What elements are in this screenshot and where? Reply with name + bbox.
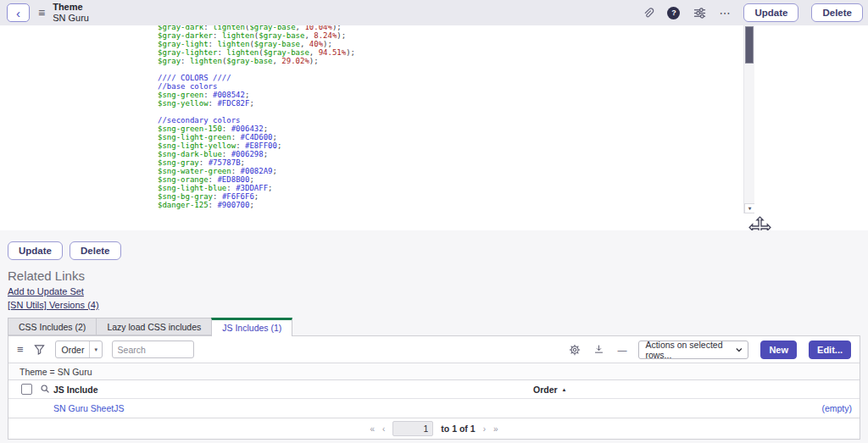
code-editor[interactable]: $gray-dark: lighten($gray-base, 10.04%);… [155,25,754,213]
servicenow-theme-page: ‹ ≡ Theme SN Guru ? ⋯ Update Del [0,0,868,443]
versions-link[interactable]: [SN Utils] Versions (4) [8,300,99,310]
scroll-down-button[interactable]: ▼ [744,203,754,213]
gear-icon[interactable] [568,343,581,356]
filter-funnel-icon[interactable] [33,343,46,356]
breadcrumb[interactable]: Theme = SN Guru [19,367,92,377]
order-header-label: Order [533,385,558,395]
delete-button-bottom[interactable]: Delete [70,241,121,260]
last-page-icon[interactable]: » [493,424,498,434]
delete-button[interactable]: Delete [811,3,863,22]
column-header-js-include[interactable]: JS Include [53,385,533,395]
personalize-sliders-icon[interactable] [693,6,706,19]
js-include-header-label: JS Include [53,385,98,395]
page-number-input[interactable] [392,421,433,436]
select-all-checkbox[interactable] [21,384,32,395]
table-header-row: JS Include Order ▲ [8,379,860,398]
list-pagination: « ‹ to 1 of 1 › » [8,418,860,439]
select-column-header [8,384,53,396]
pagination-label: to 1 of 1 [441,424,475,434]
add-to-update-set-link[interactable]: Add to Update Set [8,286,84,296]
page-title: Theme [53,2,89,13]
tab-lazy-load-css-includes[interactable]: Lazy load CSS includes [96,318,211,335]
editor-scrollbar[interactable]: ▼ [743,25,754,213]
code-lines: $gray-dark: lighten($gray-base, 10.04%);… [158,25,743,209]
list-menu-icon[interactable]: ≡ [17,343,24,356]
tab-css-includes[interactable]: CSS Includes (2) [8,318,96,335]
form-action-buttons: Update Delete [8,241,860,260]
record-name: SN Guru [53,13,89,24]
collapse-minus-icon[interactable]: — [617,345,626,355]
attachment-paperclip-icon[interactable] [641,6,654,19]
search-field-value: Order [62,345,85,355]
table-row: SN Guru SheetJS (empty) [8,398,860,418]
actions-select-value: Actions on selected rows... [645,340,735,360]
scrollbar-thumb[interactable] [745,26,754,64]
row-order-cell: (empty) [533,403,860,413]
more-options-icon[interactable]: ⋯ [719,7,731,19]
order-empty-value[interactable]: (empty) [821,403,852,413]
record-title-block: Theme SN Guru [53,2,89,23]
scroll-down-icon: ▼ [748,204,752,213]
row-js-include-cell: SN Guru SheetJS [53,403,533,413]
next-page-icon[interactable]: › [483,424,486,434]
help-icon[interactable]: ? [667,7,680,19]
chevron-down-icon: ▾ [89,341,97,357]
related-links-heading: Related Links [8,269,860,283]
context-menu-icon[interactable]: ≡ [38,6,45,19]
form-header: ‹ ≡ Theme SN Guru ? ⋯ Update Del [0,0,868,25]
first-page-icon[interactable]: « [370,424,375,434]
form-header-actions: ? ⋯ Update Delete [641,3,863,22]
tab-js-includes[interactable]: JS Includes (1) [211,318,292,336]
list-toolbar: ≡ Order ▾ [8,336,860,363]
related-list-tabs: CSS Includes (2) Lazy load CSS includes … [8,318,860,335]
new-button[interactable]: New [760,341,797,359]
js-include-record-link[interactable]: SN Guru SheetJS [53,403,124,413]
export-download-icon[interactable] [593,343,605,356]
form-lower-section: Update Delete Related Links Add to Updat… [0,230,868,443]
back-button[interactable]: ‹ [7,3,30,22]
list-toolbar-right: — Actions on selected rows... New Edit..… [568,341,851,359]
list-breadcrumb-row: Theme = SN Guru [8,363,860,379]
sort-ascending-icon: ▲ [562,387,567,392]
back-chevron-icon: ‹ [16,7,20,19]
update-button[interactable]: Update [743,3,798,22]
js-includes-list: ≡ Order ▾ [8,335,860,440]
actions-on-selected-rows-select[interactable]: Actions on selected rows... [638,341,748,359]
update-button-bottom[interactable]: Update [8,241,63,260]
column-header-order[interactable]: Order ▲ [533,385,860,395]
list-search-input[interactable] [112,341,194,358]
edit-button[interactable]: Edit... [809,341,851,359]
previous-page-icon[interactable]: ‹ [382,424,385,434]
search-row-icon[interactable] [40,384,50,396]
chevron-down-icon [736,347,743,352]
search-field-select[interactable]: Order ▾ [55,341,103,358]
